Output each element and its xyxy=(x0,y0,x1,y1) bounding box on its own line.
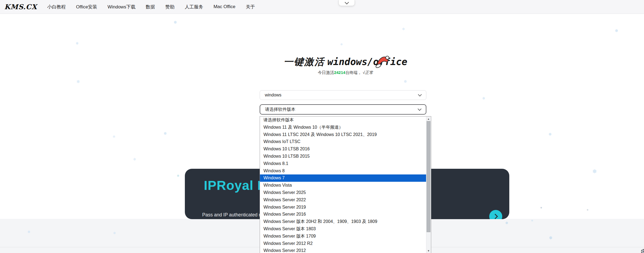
stats-prefix: 今日激活 xyxy=(318,70,334,75)
dropdown-option[interactable]: Windows 11 LTSC 2024 及 Windows 10 LTSC 2… xyxy=(260,131,426,138)
dropdown-option[interactable]: Windows Server 版本 20H2 和 2004、1909、1903 … xyxy=(260,218,426,225)
corner-snowflake-icon: ❆ xyxy=(640,248,644,253)
page: ❆ ❅❄❅❄❅❅❄❅❄❅❄❅❄❅❅❅❄❅❄❅❄❅ KMS.CX 小白教程 Off… xyxy=(0,0,644,253)
snowflake-icon: ❄ xyxy=(587,209,589,211)
top-nav: KMS.CX 小白教程 Office安装 Windows下载 数据 赞助 人工服… xyxy=(0,0,644,14)
activation-stats: 今日激活24214台终端， √正常 xyxy=(260,70,431,75)
snowflake-icon: ❄ xyxy=(402,27,405,31)
dropdown-option[interactable]: Windows Vista xyxy=(260,182,426,189)
dropdown-option[interactable]: Windows 8.1 xyxy=(260,160,426,167)
dropdown-options: 请选择软件版本Windows 11 及 Windows 10（半年频道）Wind… xyxy=(260,116,426,253)
chevron-down-icon xyxy=(418,107,421,111)
software-version-select[interactable]: 请选择软件版本 xyxy=(260,104,426,115)
dropdown-option[interactable]: Windows Server 2022 xyxy=(260,196,426,204)
hero: 一键激活 windows/office 今日激活24214台终端， √正常 xyxy=(260,56,431,75)
stats-suffix: 台终端， xyxy=(345,70,362,75)
dropdown-option[interactable]: Windows Server 版本 1709 xyxy=(260,233,426,240)
snowflake-icon: ❄ xyxy=(76,80,80,84)
snowflake-icon: ❄ xyxy=(76,41,79,45)
snowflake-icon: ❅ xyxy=(615,29,618,33)
snowflake-icon: ❅ xyxy=(340,43,343,46)
dropdown-option[interactable]: Windows 11 及 Windows 10（半年频道） xyxy=(260,124,426,131)
dropdown-option[interactable]: 请选择软件版本 xyxy=(260,116,426,124)
snowflake-icon: ❅ xyxy=(592,168,597,174)
page-title-cn: 一键激活 xyxy=(284,56,325,67)
nav-item-sponsor[interactable]: 赞助 xyxy=(165,4,175,10)
dropdown-scrollbar[interactable]: ▲ ▼ xyxy=(426,116,431,253)
dropdown-option[interactable]: Windows Server 2019 xyxy=(260,204,426,211)
nav-item-windows-download[interactable]: Windows下载 xyxy=(108,4,136,10)
chevron-down-icon xyxy=(344,0,349,5)
snowflake-icon: ❅ xyxy=(177,174,179,177)
snowflake-icon: ❅ xyxy=(404,79,407,83)
banner-next-button[interactable] xyxy=(489,210,502,219)
software-category-value: windows xyxy=(265,93,281,98)
software-version-placeholder: 请选择软件版本 xyxy=(265,107,295,112)
chevron-right-icon xyxy=(492,214,498,219)
nav-item-beginner-guide[interactable]: 小白教程 xyxy=(47,4,66,10)
site-logo[interactable]: KMS.CX xyxy=(4,3,37,11)
dropdown-option[interactable]: Windows Server 2012 R2 xyxy=(260,240,426,247)
dropdown-option[interactable]: Windows IoT LTSC xyxy=(260,138,426,145)
chevron-down-icon xyxy=(418,93,422,96)
software-category-select[interactable]: windows xyxy=(260,90,426,100)
nav-item-about[interactable]: 关于 xyxy=(246,4,255,10)
announcement-collapse-button[interactable] xyxy=(339,0,355,6)
nav-item-data[interactable]: 数据 xyxy=(146,4,155,10)
scrollbar-down-button[interactable]: ▼ xyxy=(426,248,431,253)
dropdown-option[interactable]: Windows Server 版本 1803 xyxy=(260,225,426,233)
snowflake-icon: ❅ xyxy=(163,131,167,135)
dropdown-option[interactable]: Windows 8 xyxy=(260,167,426,175)
dropdown-option[interactable]: Windows 10 LTSB 2016 xyxy=(260,145,426,153)
scrollbar-thumb[interactable] xyxy=(427,121,430,232)
snowflake-icon: ❄ xyxy=(133,157,136,161)
nav-item-office-install[interactable]: Office安装 xyxy=(76,4,97,10)
snowflake-icon: ❅ xyxy=(548,132,552,136)
stats-status: √正常 xyxy=(363,70,373,75)
snowflake-icon: ❅ xyxy=(540,207,542,209)
dropdown-option[interactable]: Windows Server 2012 xyxy=(260,247,426,253)
nav-item-mac-office[interactable]: Mac Office xyxy=(214,4,236,9)
scrollbar-up-button[interactable]: ▲ xyxy=(426,116,431,121)
santa-hat-icon xyxy=(375,55,390,69)
dropdown-option[interactable]: Windows 7 xyxy=(260,174,426,182)
nav-item-support[interactable]: 人工服务 xyxy=(185,4,203,10)
snowflake-icon: ❅ xyxy=(173,20,177,25)
page-title: 一键激活 windows/office xyxy=(260,56,431,68)
snowflake-icon: ❄ xyxy=(482,96,485,100)
dropdown-option[interactable]: Windows Server 2016 xyxy=(260,211,426,218)
dropdown-option[interactable]: Windows 10 LTSB 2015 xyxy=(260,153,426,160)
snowflake-icon: ❄ xyxy=(112,135,115,138)
version-dropdown-list: 请选择软件版本Windows 11 及 Windows 10（半年频道）Wind… xyxy=(260,116,431,253)
dropdown-option[interactable]: Windows Server 2025 xyxy=(260,189,426,196)
page-title-en: windows/office xyxy=(327,56,407,67)
stats-count: 24214 xyxy=(334,70,345,75)
